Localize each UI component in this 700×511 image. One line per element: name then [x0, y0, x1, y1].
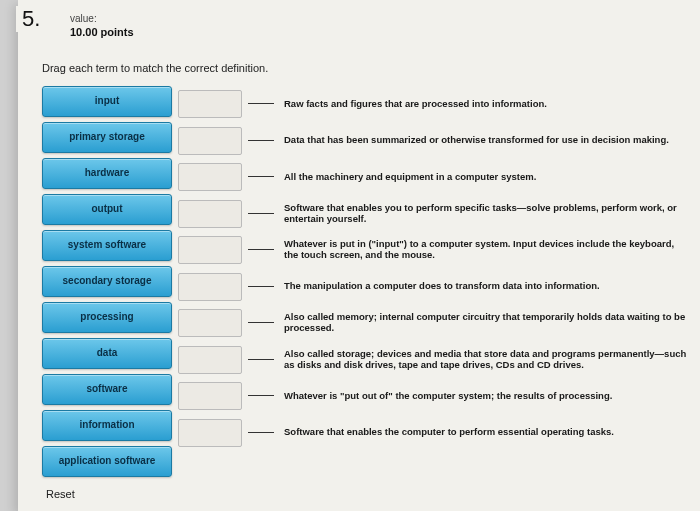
definition-text: All the machinery and equipment in a com…	[284, 159, 696, 196]
definition-text: Whatever is "put out of" the computer sy…	[284, 378, 696, 415]
term-tile[interactable]: primary storage	[42, 122, 172, 153]
definition-text: Raw facts and figures that are processed…	[284, 86, 696, 123]
connector-line	[248, 322, 274, 323]
connector-line	[248, 432, 274, 433]
matching-area: input primary storage hardware output sy…	[42, 86, 696, 500]
terms-column: input primary storage hardware output sy…	[42, 86, 172, 500]
drop-slot[interactable]	[178, 382, 242, 410]
definition-text: The manipulation a computer does to tran…	[284, 269, 696, 306]
connector-line	[248, 249, 274, 250]
drop-slot[interactable]	[178, 346, 242, 374]
drop-slot[interactable]	[178, 200, 242, 228]
definition-text: Data that has been summarized or otherwi…	[284, 123, 696, 160]
drop-slot[interactable]	[178, 127, 242, 155]
drop-slot[interactable]	[178, 163, 242, 191]
term-tile[interactable]: software	[42, 374, 172, 405]
reset-button[interactable]: Reset	[42, 488, 172, 500]
term-tile[interactable]: input	[42, 86, 172, 117]
drop-slot[interactable]	[178, 419, 242, 447]
connector-line	[248, 395, 274, 396]
drop-slot[interactable]	[178, 273, 242, 301]
drop-slot[interactable]	[178, 90, 242, 118]
definition-text: Software that enables you to perform spe…	[284, 196, 696, 233]
connector-line	[248, 286, 274, 287]
connector-line	[248, 140, 274, 141]
question-header: value: 10.00 points	[70, 12, 134, 39]
definition-text: Also called memory; internal computer ci…	[284, 305, 696, 342]
term-tile[interactable]: data	[42, 338, 172, 369]
value-label: value:	[70, 12, 134, 25]
term-tile[interactable]: application software	[42, 446, 172, 477]
term-tile[interactable]: processing	[42, 302, 172, 333]
connector-line	[248, 103, 274, 104]
drop-slot[interactable]	[178, 309, 242, 337]
term-tile[interactable]: system software	[42, 230, 172, 261]
points-value: 10.00 points	[70, 25, 134, 39]
drop-slots-column	[178, 86, 278, 500]
definition-text: Software that enables the computer to pe…	[284, 415, 696, 452]
connector-line	[248, 213, 274, 214]
term-tile[interactable]: information	[42, 410, 172, 441]
definitions-column: Raw facts and figures that are processed…	[284, 86, 696, 500]
term-tile[interactable]: hardware	[42, 158, 172, 189]
definition-text: Whatever is put in ("input") to a comput…	[284, 232, 696, 269]
connector-line	[248, 176, 274, 177]
term-tile[interactable]: secondary storage	[42, 266, 172, 297]
question-number: 5.	[16, 6, 46, 32]
definition-text: Also called storage; devices and media t…	[284, 342, 696, 379]
drop-slot[interactable]	[178, 236, 242, 264]
connector-line	[248, 359, 274, 360]
prompt-text: Drag each term to match the correct defi…	[42, 62, 268, 74]
question-panel: 5. value: 10.00 points Drag each term to…	[18, 0, 700, 511]
term-tile[interactable]: output	[42, 194, 172, 225]
